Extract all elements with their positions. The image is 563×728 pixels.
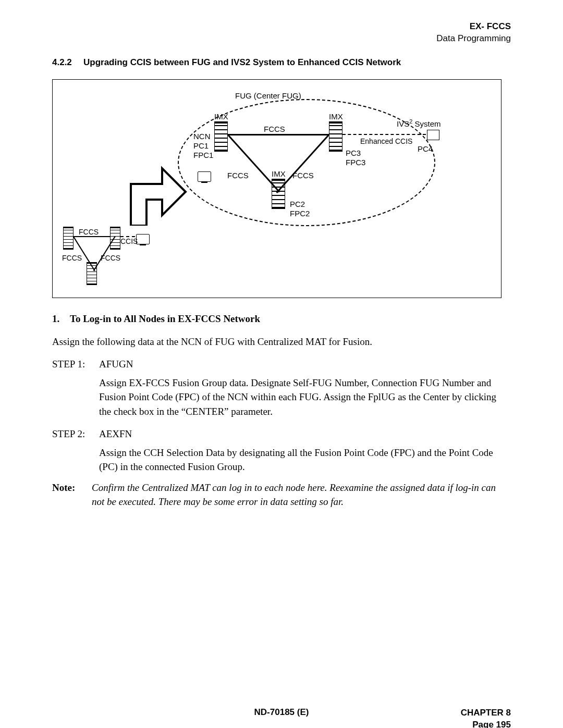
step-2-body-row: Assign the CCH Selection Data by designa… (52, 446, 511, 474)
fug-title-label: FUG (Center FUG) (235, 91, 301, 100)
small-rack-tr (110, 227, 120, 250)
page: EX- FCCS Data Programming 4.2.2Upgrading… (0, 0, 563, 728)
step-2-body: Assign the CCH Selection Data by designa… (99, 446, 511, 474)
pc3-label: PC3 (346, 149, 361, 157)
footer-doc-id: ND-70185 (E) (52, 707, 511, 718)
step-1-name: AFUGN (99, 357, 511, 372)
section-number: 4.2.2 (52, 57, 83, 68)
header-title: EX- FCCS (436, 21, 511, 33)
footer-chapter: CHAPTER 8 (459, 707, 511, 719)
imx-rack-right (329, 121, 342, 152)
section-heading: 4.2.2Upgrading CCIS between FUG and IVS2… (52, 57, 511, 68)
pc4-label: PC4 (418, 144, 433, 153)
pc1-label: PC1 (193, 141, 209, 150)
fpc1-label: FPC1 (193, 151, 213, 159)
fccs-label-left: FCCS (227, 171, 249, 180)
svg-marker-0 (131, 168, 186, 226)
enhanced-ccis-label: Enhanced CCIS (360, 137, 412, 145)
imx-rack-left (214, 121, 228, 152)
fccs-label-top: FCCS (264, 125, 285, 133)
imx-rack-bottom (272, 179, 285, 209)
ivs2-label: IVS2 System (397, 118, 441, 128)
ivs2-box-icon (427, 130, 439, 140)
note-body: Confirm the Centralized MAT can log in t… (92, 480, 511, 509)
small-fccs-left: FCCS (62, 254, 82, 262)
header-subtitle: Data Programming (436, 33, 511, 45)
network-diagram: FUG (Center FUG) IMX NCN PC1 FPC1 IMX PC… (52, 79, 501, 298)
intro-paragraph: Assign the following data at the NCN of … (52, 335, 511, 349)
pc2-label: PC2 (290, 200, 305, 208)
step-2: STEP 2: AEXFN (52, 427, 511, 441)
imx-label-bottom: IMX (272, 169, 286, 178)
subheading: 1.To Log-in to All Nodes in EX-FCCS Netw… (52, 312, 511, 326)
fpc3-label: FPC3 (346, 158, 365, 167)
subheading-text: To Log-in to All Nodes in EX-FCCS Networ… (70, 313, 260, 324)
subheading-number: 1. (52, 312, 70, 326)
fpc2-label: FPC2 (290, 209, 310, 218)
note: Note: Confirm the Centralized MAT can lo… (52, 480, 511, 509)
enhanced-ccis-line (342, 134, 426, 135)
mat-computer-icon (198, 171, 211, 182)
step-1-body: Assign EX-FCCS Fusion Group data. Design… (99, 376, 511, 419)
small-rack-tl (63, 227, 74, 250)
note-label: Note: (52, 480, 92, 509)
upgrade-arrow-icon (120, 153, 188, 226)
step-1: STEP 1: AFUGN (52, 357, 511, 372)
small-line-top (74, 236, 110, 237)
imx-label-left: IMX (214, 112, 228, 121)
body-text: 1.To Log-in to All Nodes in EX-FCCS Netw… (52, 312, 511, 509)
fccs-label-right: FCCS (292, 171, 314, 180)
step-2-label: STEP 2: (52, 427, 99, 441)
step-1-label: STEP 1: (52, 357, 99, 372)
section-title: Upgrading CCIS between FUG and IVS2 Syst… (83, 57, 401, 67)
small-fccs-top: FCCS (79, 228, 99, 236)
ncn-label: NCN (193, 132, 211, 141)
fccs-line-top (228, 134, 329, 135)
small-fccs-right: FCCS (101, 254, 120, 262)
small-pc-icon (136, 234, 150, 244)
running-header: EX- FCCS Data Programming (436, 21, 511, 45)
small-ccis-label: CCIS (120, 237, 138, 245)
step-1-body-row: Assign EX-FCCS Fusion Group data. Design… (52, 376, 511, 419)
step-2-name: AEXFN (99, 427, 511, 441)
footer-page: Page 195 (459, 719, 511, 728)
imx-label-right: IMX (329, 112, 343, 121)
